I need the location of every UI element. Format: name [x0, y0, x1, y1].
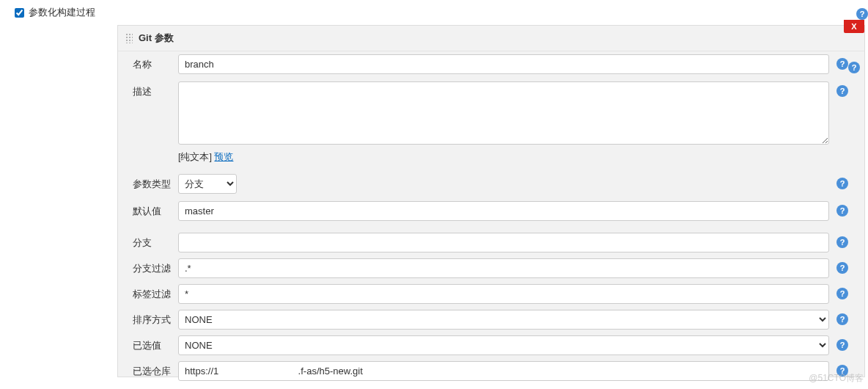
parameterized-build-checkbox[interactable] [15, 8, 24, 18]
row-selected-value: 已选值 NONE ? [133, 335, 848, 355]
close-button[interactable]: X [844, 20, 864, 33]
hint-prefix: [纯文本] [178, 152, 214, 162]
label-param-type: 参数类型 [133, 174, 178, 191]
label-default-value: 默认值 [133, 201, 178, 218]
parameterized-build-row: 参数化构建过程 ? [0, 0, 868, 25]
branch-filter-input[interactable] [178, 258, 829, 278]
label-name: 名称 [133, 54, 178, 71]
row-branch: 分支 ? [133, 233, 848, 252]
row-name: 名称 ? [133, 54, 848, 74]
selected-value-select[interactable]: NONE [178, 335, 829, 355]
drag-handle-icon[interactable] [125, 33, 133, 43]
help-icon[interactable]: ? [836, 236, 848, 248]
row-branch-filter: 分支过滤 ? [133, 258, 848, 278]
label-branch-filter: 分支过滤 [133, 258, 178, 275]
label-selected-repo: 已选仓库 [133, 361, 178, 378]
description-hint: [纯文本] 预览 [178, 151, 848, 164]
row-description: 描述 ? [133, 81, 848, 147]
help-icon[interactable]: ? [836, 288, 848, 299]
label-description: 描述 [133, 81, 178, 98]
sort-mode-select[interactable]: NONE [178, 310, 829, 330]
help-icon[interactable]: ? [836, 58, 848, 70]
close-icon: X [851, 22, 856, 31]
tag-filter-input[interactable] [178, 284, 829, 304]
section-title: Git 参数 [139, 32, 174, 45]
row-param-type: 参数类型 分支 ? [133, 174, 848, 194]
form-body: ? 名称 ? 描述 ? [纯文本] 预览 参数类型 分支 [118, 51, 864, 381]
section-header: Git 参数 X [118, 26, 864, 51]
label-branch: 分支 [133, 233, 178, 250]
help-icon[interactable]: ? [848, 62, 860, 73]
help-icon[interactable]: ? [836, 205, 848, 217]
default-value-input[interactable] [178, 201, 829, 221]
row-tag-filter: 标签过滤 ? [133, 284, 848, 304]
row-default-value: 默认值 ? [133, 201, 848, 221]
label-selected-value: 已选值 [133, 335, 178, 352]
label-sort-mode: 排序方式 [133, 310, 178, 327]
param-type-select[interactable]: 分支 [178, 174, 237, 194]
help-icon[interactable]: ? [836, 339, 848, 351]
help-icon[interactable]: ? [836, 85, 848, 97]
git-parameter-panel: Git 参数 X ? 名称 ? 描述 ? [纯文本] 预览 参数类型 [117, 25, 865, 377]
help-icon[interactable]: ? [836, 313, 848, 325]
preview-link[interactable]: 预览 [214, 152, 233, 162]
help-icon[interactable]: ? [856, 8, 868, 20]
help-icon[interactable]: ? [836, 365, 848, 377]
parameterized-build-label: 参数化构建过程 [29, 6, 95, 19]
row-sort-mode: 排序方式 NONE ? [133, 310, 848, 330]
help-icon[interactable]: ? [836, 178, 848, 189]
branch-input[interactable] [178, 233, 829, 252]
label-tag-filter: 标签过滤 [133, 284, 178, 301]
selected-repo-input[interactable] [178, 361, 829, 381]
description-textarea[interactable] [178, 81, 829, 145]
name-input[interactable] [178, 54, 829, 74]
help-icon[interactable]: ? [836, 262, 848, 274]
row-selected-repo: 已选仓库 ? [133, 361, 848, 381]
